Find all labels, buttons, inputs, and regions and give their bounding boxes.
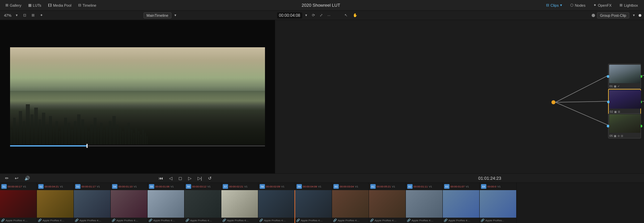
- hand-tool[interactable]: ✋: [351, 12, 359, 18]
- film-label-54: 🔗 Apple ProRes 4:...: [111, 218, 147, 223]
- film-label-53: 🔗 Apple ProRes 4:...: [74, 218, 110, 223]
- clip-v-52: V1: [60, 185, 63, 188]
- film-clip-56[interactable]: 🔗 Apple ProRes 4:...: [184, 190, 221, 223]
- openfx-label: OpenFX: [598, 3, 611, 7]
- film-clip-label-59: Apple ProRes 4:...: [301, 219, 323, 222]
- clip-v-60: V1: [355, 185, 358, 188]
- node-01-thumb: [609, 65, 641, 83]
- node-01[interactable]: 01 ▦ ✓: [608, 64, 641, 89]
- video-frame: [10, 47, 265, 145]
- zoom-group: 47% ▾: [3, 12, 19, 18]
- node-05-label: 05 ▦ ⊙ ⊡: [608, 133, 641, 138]
- fit-button[interactable]: ⊡: [21, 12, 28, 18]
- loop-button[interactable]: ↺: [206, 175, 213, 181]
- clip-header-64: 64 00:00:0 V1: [480, 183, 517, 190]
- clip-num-56: 56: [186, 184, 191, 189]
- clip-num-63: 63: [444, 184, 449, 189]
- lightbox-button[interactable]: ⊞ Lightbox: [616, 2, 641, 8]
- clips-button[interactable]: ⊟ Clips ▾: [543, 2, 565, 8]
- group-dropdown-button[interactable]: ▾: [631, 12, 637, 18]
- gallery-button[interactable]: ⊞ Gallery: [3, 2, 24, 8]
- clip-v-54: V1: [133, 185, 137, 188]
- timeline-button[interactable]: ⊟ Timeline: [75, 2, 99, 8]
- stop-button[interactable]: ◻: [177, 175, 184, 181]
- node-02[interactable]: 02 ▦ ⊡: [608, 89, 641, 115]
- film-clip-60[interactable]: 🔗 Apple ProRes 4:...: [332, 190, 369, 223]
- audio-button[interactable]: 🔊: [23, 175, 32, 181]
- film-clip-51[interactable]: 🔗 Apple ProRes 4:...: [0, 190, 37, 223]
- clips-icon: ⊟: [546, 3, 549, 7]
- clip-timecode-51: 00:00:00:17: [8, 185, 22, 188]
- node-connections-svg: ≋ ≋ ≋: [275, 20, 644, 173]
- film-thumb-inner-56: [184, 190, 221, 218]
- timecode-dropdown-button[interactable]: ▾: [304, 12, 309, 18]
- fullscreen-button[interactable]: ⤢: [318, 12, 324, 18]
- pointer-tool[interactable]: ↖: [343, 12, 349, 18]
- timeline-name[interactable]: MainTimeline: [144, 12, 171, 18]
- node-01-label: 01 ▦ ✓: [608, 84, 641, 89]
- go-to-start-button[interactable]: ⏮: [157, 175, 165, 181]
- film-label-62: 🔗 Apple ProRes 4:...: [406, 218, 442, 223]
- film-thumb-63: [443, 190, 479, 218]
- link-icon-52: 🔗: [38, 219, 42, 222]
- film-clip-59[interactable]: 🔗 Apple ProRes 4:...: [295, 190, 332, 223]
- film-thumb-56: [184, 190, 221, 218]
- luts-button[interactable]: ▦ LUTs: [25, 2, 44, 8]
- film-clip-52[interactable]: 🔗 Apple ProRes 4:...: [37, 190, 74, 223]
- clip-v-64: V1: [497, 185, 501, 188]
- blade-button[interactable]: ↩: [13, 175, 20, 181]
- clip-num-55: 55: [149, 184, 154, 189]
- grid-button[interactable]: ⊞: [30, 12, 36, 18]
- clips-label: Clips: [550, 3, 558, 7]
- step-forward-button[interactable]: ▷|: [196, 175, 204, 181]
- film-thumb-55: [148, 190, 184, 218]
- clip-v-57: V1: [244, 185, 248, 188]
- link-icon-61: 🔗: [370, 219, 374, 222]
- clip-num-62: 62: [407, 184, 413, 189]
- clip-header-60: 60 00:00:03:04 V1: [332, 183, 369, 190]
- clip-num-54: 54: [112, 184, 117, 189]
- clip-timecode-53: 00:00:01:17: [82, 185, 96, 188]
- zoom-dropdown-button[interactable]: ▾: [14, 12, 19, 18]
- nodes-icon: ⬡: [570, 3, 574, 7]
- node-05[interactable]: 05 ▦ ⊙ ⊡: [608, 113, 641, 138]
- clip-num-52: 52: [38, 184, 44, 189]
- video-progress-bar[interactable]: [10, 145, 265, 147]
- film-thumb-inner-63: [443, 190, 479, 218]
- svg-line-9: [642, 101, 644, 104]
- edit-tool-button[interactable]: ✏: [3, 175, 10, 181]
- film-clip-61[interactable]: 🔗 Apple ProRes 4:...: [369, 190, 406, 223]
- timeline-dropdown-button[interactable]: ▾: [173, 12, 178, 18]
- video-preview: [0, 20, 275, 173]
- film-thumb-59: [295, 190, 332, 218]
- film-thumb-51: [0, 190, 37, 218]
- playback-timecode: 01:01:24:23: [339, 176, 641, 181]
- film-clip-58[interactable]: 🔗 Apple ProRes 4:...: [258, 190, 295, 223]
- playback-bar: ✏ ↩ 🔊 ⏮ ◁ ◻ ▷ ▷| ↺ 01:01:24:23: [0, 173, 644, 183]
- play-button[interactable]: ▷: [186, 175, 193, 181]
- film-clip-57[interactable]: 🔗 Apple ProRes 4:...: [221, 190, 258, 223]
- group-post-clip-label[interactable]: Group Post-Clip: [597, 12, 629, 18]
- wand-button[interactable]: ✦: [38, 12, 45, 18]
- link-icon-58: 🔗: [259, 219, 263, 222]
- timecode-value: 00:00:04:08: [277, 12, 302, 18]
- openfx-button[interactable]: ✦ OpenFX: [590, 2, 615, 8]
- film-clip-62[interactable]: 🔗 Apple ProRes 4:...: [406, 190, 443, 223]
- film-clip-55[interactable]: 🔗 Apple ProRes 4:...: [148, 190, 184, 223]
- clip-v-58: V1: [281, 185, 284, 188]
- film-clip-label-60: Apple ProRes 4:...: [338, 219, 360, 222]
- more-button[interactable]: ···: [326, 13, 332, 18]
- clip-header-58: 58 00:00:02:09 V1: [258, 183, 295, 190]
- film-clip-64[interactable]: 🔗 Apple ProRes...: [480, 190, 517, 223]
- step-back-button[interactable]: ◁: [167, 175, 174, 181]
- sync-button[interactable]: ⟳: [310, 12, 317, 18]
- film-clip-63[interactable]: 🔗 Apple ProRes 4:...: [443, 190, 480, 223]
- right-group: Group Post-Clip ▾: [597, 12, 641, 18]
- clip-v-63: V1: [466, 185, 469, 188]
- film-clip-53[interactable]: 🔗 Apple ProRes 4:...: [74, 190, 111, 223]
- timeline-icon: ⊟: [78, 3, 81, 7]
- media-pool-button[interactable]: 🎞 Media Pool: [45, 2, 74, 8]
- film-clip-54[interactable]: 🔗 Apple ProRes 4:...: [111, 190, 148, 223]
- clip-num-51: 51: [1, 184, 7, 189]
- nodes-button[interactable]: ⬡ Nodes: [567, 2, 589, 8]
